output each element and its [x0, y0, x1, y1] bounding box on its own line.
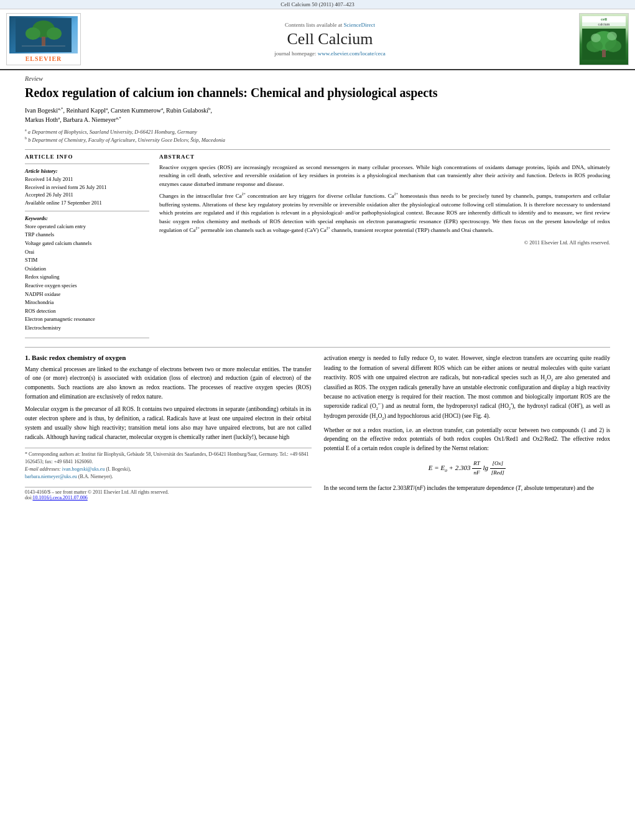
keyword-2: TRP channels	[25, 231, 149, 239]
keyword-8: Reactive oxygen species	[25, 282, 149, 290]
section-1-text: Many chemical processes are linked to th…	[25, 365, 312, 442]
cover-title-line2: calcium	[582, 22, 626, 26]
footer-doi: doi:10.1016/j.ceca.2011.07.006	[25, 495, 312, 501]
svg-rect-10	[602, 50, 606, 57]
info-abstract-columns: ARTICLE INFO Article history: Received 1…	[25, 154, 610, 342]
received-date: Received 14 July 2011	[25, 175, 149, 183]
abstract-paragraph-1: Reactive oxygen species (ROS) are increa…	[159, 164, 610, 189]
cover-title-line1: cell	[582, 16, 626, 22]
keyword-10: Mitochondria	[25, 298, 149, 307]
affiliation-b: b b Department of Chemistry, Faculty of …	[25, 136, 610, 144]
abstract-column: ABSTRACT Reactive oxygen species (ROS) a…	[159, 154, 610, 342]
copyright: © 2011 Elsevier Ltd. All rights reserved…	[159, 239, 610, 247]
footnote-email1: E-mail addresses: ivan.bogeski@uks.eu (I…	[25, 466, 312, 473]
history-label: Article history:	[25, 168, 149, 174]
nernst-equation: E = E0 + 2.303 RTnF lg [Ox][Red]	[324, 459, 611, 478]
divider-1	[25, 149, 610, 150]
svg-rect-4	[42, 37, 45, 46]
article-info-column: ARTICLE INFO Article history: Received 1…	[25, 154, 149, 342]
section-1-p2: Molecular oxygen is the precursor of all…	[25, 405, 312, 441]
keyword-7: Redox signaling	[25, 273, 149, 282]
keywords-label: Keywords:	[25, 215, 149, 221]
article-type: Review	[25, 75, 610, 82]
keyword-12: Electron paramagnetic resonance	[25, 315, 149, 324]
article-title: Redox regulation of calcium ion channels…	[25, 85, 610, 101]
footnote-email2: barbara.niemeyer@uks.eu (B.A. Niemeyer).	[25, 473, 312, 481]
keyword-11: ROS detection	[25, 307, 149, 316]
abstract-text: Reactive oxygen species (ROS) are increa…	[159, 164, 610, 247]
journal-header: ELSEVIER Contents lists available at Sci…	[0, 9, 635, 70]
divider-4	[25, 338, 149, 338]
doi-link[interactable]: 10.1016/j.ceca.2011.07.006	[32, 495, 87, 501]
divider-3	[25, 211, 149, 211]
footnote-star: * Corresponding authors at: Institut für…	[25, 451, 312, 466]
footer-issn: 0143-4160/$ – see front matter © 2011 El…	[25, 489, 312, 495]
main-content: 1. Basic redox chemistry of oxygen Many …	[0, 348, 635, 507]
journal-citation-bar: Cell Calcium 50 (2011) 407–423	[0, 0, 635, 9]
footnotes: * Corresponding authors at: Institut für…	[25, 448, 312, 481]
section-1-right-text: activation energy is needed to fully red…	[324, 354, 611, 493]
page-footer: 0143-4160/$ – see front matter © 2011 El…	[25, 487, 312, 501]
section-1-p1: Many chemical processes are linked to th…	[25, 365, 312, 402]
affiliation-a: a a Department of Biophysics, Saarland U…	[25, 127, 610, 136]
svg-point-11	[591, 34, 601, 42]
homepage-url[interactable]: www.elsevier.com/locate/ceca	[318, 50, 386, 57]
elsevier-logo-image	[9, 16, 78, 53]
journal-info-center: Contents lists available at ScienceDirec…	[87, 13, 573, 65]
journal-cover-image: cell calcium	[580, 14, 628, 65]
sciencedirect-link[interactable]: ScienceDirect	[344, 22, 375, 28]
journal-citation: Cell Calcium 50 (2011) 407–423	[280, 1, 355, 7]
article-header: Review Redox regulation of calcium ion c…	[0, 70, 635, 347]
section-1-title: 1. Basic redox chemistry of oxygen	[25, 354, 312, 361]
keywords-section: Keywords: Store operated calcium entry T…	[25, 211, 149, 333]
keyword-6: Oxidation	[25, 265, 149, 274]
authors: Ivan Bogeskia,*, Reinhard Kappla, Carste…	[25, 106, 610, 125]
journal-cover: cell calcium	[579, 13, 629, 65]
email-link-2[interactable]: barbara.niemeyer@uks.eu	[25, 474, 77, 479]
keyword-5: STIM	[25, 256, 149, 265]
main-right-column: activation energy is needed to fully red…	[324, 354, 611, 501]
sciencedirect-line: Contents lists available at ScienceDirec…	[285, 22, 375, 28]
journal-title: Cell Calcium	[287, 30, 373, 48]
keyword-9: NADPH oxidase	[25, 290, 149, 299]
section-1-r-p1: activation energy is needed to fully red…	[324, 354, 611, 422]
journal-homepage-line: journal homepage: www.elsevier.com/locat…	[274, 50, 385, 57]
svg-point-9	[605, 40, 621, 52]
elsevier-logo: ELSEVIER	[6, 13, 81, 65]
main-two-columns: 1. Basic redox chemistry of oxygen Many …	[25, 354, 610, 501]
abstract-heading: ABSTRACT	[159, 154, 610, 160]
elsevier-wordmark: ELSEVIER	[25, 55, 62, 62]
main-left-column: 1. Basic redox chemistry of oxygen Many …	[25, 354, 312, 501]
keyword-4: Orai	[25, 248, 149, 257]
revised-date: Received in revised form 26 July 2011	[25, 183, 149, 192]
keyword-3: Voltage gated calcium channels	[25, 239, 149, 248]
divider-2	[25, 164, 149, 164]
svg-point-2	[25, 27, 40, 40]
keyword-13: Electrochemistry	[25, 324, 149, 333]
article-info-heading: ARTICLE INFO	[25, 154, 149, 160]
affiliations: a a Department of Biophysics, Saarland U…	[25, 127, 610, 144]
svg-point-12	[607, 32, 617, 40]
keyword-1: Store operated calcium entry	[25, 223, 149, 231]
accepted-date: Accepted 26 July 2011	[25, 191, 149, 199]
email-link-1[interactable]: ivan.bogeski@uks.eu	[62, 466, 105, 472]
section-1-r-p2: Whether or not a redox reaction, i.e. an…	[324, 426, 611, 453]
svg-point-3	[47, 27, 62, 40]
abstract-paragraph-2: Changes in the intracellular free Ca2+ c…	[159, 192, 610, 235]
section-1-r-p3: In the second term the factor 2.303RT/(n…	[324, 484, 611, 493]
available-date: Available online 17 September 2011	[25, 199, 149, 207]
